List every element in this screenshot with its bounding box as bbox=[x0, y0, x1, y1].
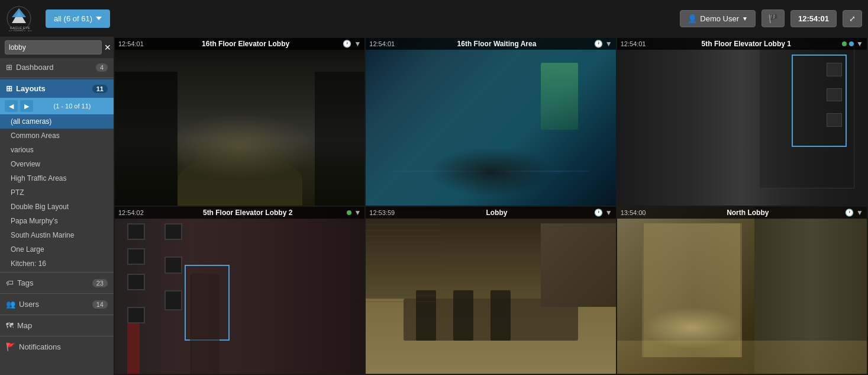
video-cell-4[interactable]: 12:54:02 5th Floor Elevator Lobby 2 ▼ bbox=[115, 207, 364, 374]
layouts-prev-button[interactable]: ◀ bbox=[5, 100, 18, 112]
flag-icon: 🏴 bbox=[768, 14, 778, 23]
video-controls-6: 🕐 ▼ bbox=[845, 209, 863, 217]
dashboard-label: Dashboard bbox=[16, 63, 54, 72]
expand-icon-5[interactable]: ▼ bbox=[605, 209, 612, 217]
layout-item-ptz[interactable]: PTZ bbox=[0, 185, 114, 200]
layout-item-one-large[interactable]: One Large bbox=[0, 242, 114, 257]
layout-item-double-big[interactable]: Double Big Layout bbox=[0, 200, 114, 214]
video-controls-5: 🕐 ▼ bbox=[594, 209, 612, 217]
clock-icon-5[interactable]: 🕐 bbox=[594, 209, 603, 217]
expand-icon-6[interactable]: ▼ bbox=[856, 209, 863, 217]
video-title-2: 16th Floor Waiting Area bbox=[399, 40, 594, 48]
layout-item-all-cameras[interactable]: (all cameras) bbox=[0, 114, 114, 129]
video-controls-2: 🕐 ▼ bbox=[594, 40, 612, 48]
video-header-1: 12:54:01 16th Floor Elevator Lobby 🕐 ▼ bbox=[115, 38, 364, 50]
layouts-nav-info: (1 - 10 of 11) bbox=[36, 102, 109, 110]
video-timestamp-1: 12:54:01 bbox=[118, 40, 144, 47]
map-icon: 🗺 bbox=[6, 321, 14, 330]
dropdown-caret-icon bbox=[96, 17, 102, 20]
clock-icon-2[interactable]: 🕐 bbox=[594, 40, 603, 48]
clock-icon-6[interactable]: 🕐 bbox=[845, 209, 854, 217]
layouts-next-button[interactable]: ▶ bbox=[20, 100, 33, 112]
video-cell-3[interactable]: 12:54:01 5th Floor Elevator Lobby 1 ▼ bbox=[617, 38, 867, 206]
video-controls-4: ▼ bbox=[347, 209, 361, 217]
layout-item-overview[interactable]: Overview bbox=[0, 157, 114, 171]
layouts-nav: ◀ ▶ (1 - 10 of 11) bbox=[0, 98, 114, 114]
expand-button[interactable]: ⤢ bbox=[843, 10, 862, 27]
video-header-4: 12:54:02 5th Floor Elevator Lobby 2 ▼ bbox=[115, 207, 364, 219]
svg-text:NETWORKS, INC: NETWORKS, INC bbox=[9, 30, 32, 31]
expand-icon-4[interactable]: ▼ bbox=[354, 209, 361, 217]
layout-list: (all cameras) Common Areas various Overv… bbox=[0, 114, 114, 271]
clock-icon-1[interactable]: 🕐 bbox=[343, 40, 351, 48]
sidebar-item-users[interactable]: 👥 Users 14 bbox=[0, 295, 114, 313]
layouts-header[interactable]: ⊞ Layouts 11 bbox=[0, 79, 114, 98]
sidebar-divider-1 bbox=[0, 78, 114, 78]
tags-icon: 🏷 bbox=[6, 278, 14, 287]
expand-icon-2[interactable]: ▼ bbox=[605, 40, 612, 48]
search-clear-button[interactable]: ✕ bbox=[104, 43, 111, 52]
layout-item-common-areas[interactable]: Common Areas bbox=[0, 129, 114, 143]
tags-label: Tags bbox=[17, 278, 33, 287]
sidebar-divider-2 bbox=[0, 272, 114, 273]
user-caret-icon: ▼ bbox=[742, 15, 748, 22]
video-cell-6[interactable]: 13:54:00 North Lobby 🕐 ▼ bbox=[617, 207, 867, 374]
video-header-2: 12:54:01 16th Floor Waiting Area 🕐 ▼ bbox=[366, 38, 615, 50]
layouts-badge: 11 bbox=[92, 85, 108, 93]
sidebar-item-notifications[interactable]: 🚩 Notifications bbox=[0, 338, 114, 356]
search-input[interactable] bbox=[5, 40, 102, 55]
layout-item-kitchen[interactable]: Kitchen: 16 bbox=[0, 257, 114, 271]
sidebar-item-tags[interactable]: 🏷 Tags 23 bbox=[0, 274, 114, 292]
layouts-icon: ⊞ bbox=[6, 84, 12, 93]
video-controls-1: 🕐 ▼ bbox=[343, 40, 361, 48]
expand-icon-3[interactable]: ▼ bbox=[856, 40, 863, 48]
users-icon: 👥 bbox=[6, 300, 15, 309]
dashboard-icon: ⊞ bbox=[6, 63, 12, 72]
video-title-5: Lobby bbox=[399, 209, 594, 217]
video-title-4: 5th Floor Elevator Lobby 2 bbox=[149, 209, 347, 217]
video-timestamp-5: 12:53:59 bbox=[369, 209, 395, 216]
video-timestamp-3: 12:54:01 bbox=[621, 40, 646, 47]
sidebar-divider-3 bbox=[0, 293, 114, 294]
users-badge: 14 bbox=[92, 300, 108, 309]
user-menu-button[interactable]: 👤 Demo User ▼ bbox=[680, 10, 756, 27]
sidebar-divider-5 bbox=[0, 336, 114, 336]
layout-item-various[interactable]: various bbox=[0, 143, 114, 157]
video-title-1: 16th Floor Elevator Lobby bbox=[149, 40, 343, 48]
user-icon: 👤 bbox=[688, 14, 697, 23]
sidebar: ✕ + ⊞ Dashboard 4 ⊞ Layouts 11 ◀ ▶ (1 - … bbox=[0, 37, 114, 375]
layouts-label: Layouts bbox=[16, 84, 46, 93]
layout-item-south-austin[interactable]: South Austin Marine bbox=[0, 228, 114, 242]
video-header-3: 12:54:01 5th Floor Elevator Lobby 1 ▼ bbox=[617, 38, 867, 50]
layout-item-high-traffic[interactable]: High Traffic Areas bbox=[0, 171, 114, 185]
layout-item-papa-murphys[interactable]: Papa Murphy's bbox=[0, 214, 114, 228]
notifications-label: Notifications bbox=[19, 342, 61, 351]
notifications-icon: 🚩 bbox=[6, 342, 15, 351]
sidebar-divider-4 bbox=[0, 315, 114, 315]
video-cell-5[interactable]: 12:53:59 Lobby 🕐 ▼ bbox=[366, 207, 615, 374]
users-label: Users bbox=[19, 300, 39, 309]
header-right: 👤 Demo User ▼ 🏴 12:54:01 ⤢ bbox=[680, 9, 862, 27]
video-cell-2[interactable]: 12:54:01 16th Floor Waiting Area 🕐 ▼ bbox=[366, 38, 615, 206]
video-title-3: 5th Floor Elevator Lobby 1 bbox=[650, 40, 842, 48]
video-controls-3: ▼ bbox=[842, 40, 863, 48]
top-header: EAGLE EYE NETWORKS, INC all (6 of 61) 👤 … bbox=[0, 0, 868, 37]
time-display: 12:54:01 bbox=[790, 10, 837, 27]
flag-button[interactable]: 🏴 bbox=[761, 9, 785, 27]
video-cell-1[interactable]: 12:54:01 16th Floor Elevator Lobby 🕐 ▼ bbox=[115, 38, 364, 206]
sidebar-item-dashboard[interactable]: ⊞ Dashboard 4 bbox=[0, 58, 114, 76]
tags-badge: 23 bbox=[92, 279, 108, 287]
logo-icon: EAGLE EYE NETWORKS, INC bbox=[6, 5, 32, 31]
all-cameras-label: all (6 of 61) bbox=[54, 14, 92, 23]
user-label: Demo User bbox=[700, 14, 739, 23]
video-header-6: 13:54:00 North Lobby 🕐 ▼ bbox=[617, 207, 867, 219]
video-title-6: North Lobby bbox=[650, 209, 845, 217]
sidebar-item-map[interactable]: 🗺 Map bbox=[0, 316, 114, 335]
all-cameras-button[interactable]: all (6 of 61) bbox=[46, 9, 110, 28]
dashboard-badge: 4 bbox=[96, 63, 108, 72]
expand-icon-1[interactable]: ▼ bbox=[354, 40, 361, 48]
dot-green-icon-3 bbox=[842, 41, 847, 46]
dot-blue-icon-3 bbox=[849, 41, 854, 46]
video-header-5: 12:53:59 Lobby 🕐 ▼ bbox=[366, 207, 615, 219]
map-label: Map bbox=[17, 321, 32, 330]
